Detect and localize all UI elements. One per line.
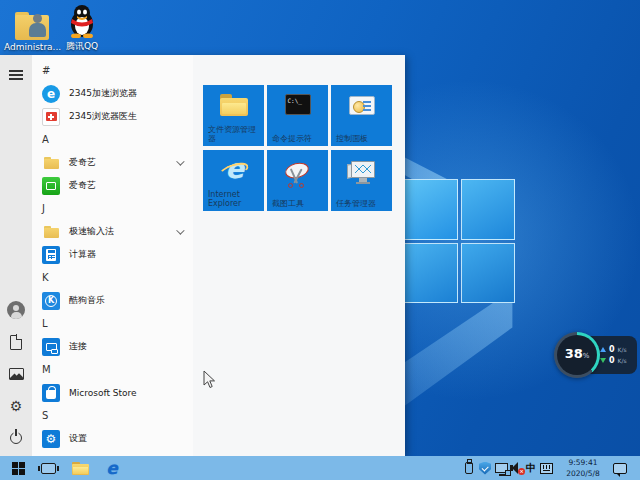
qq-penguin-icon <box>67 4 97 38</box>
power-button[interactable] <box>0 422 32 454</box>
expand-menu-button[interactable] <box>0 59 32 91</box>
tray-usb[interactable] <box>461 456 477 480</box>
2345-browser-icon: e <box>42 85 60 103</box>
group-header-s[interactable]: S <box>32 404 196 427</box>
usage-percent-sign: % <box>583 352 590 360</box>
shield-icon <box>479 462 491 475</box>
usb-device-icon <box>465 462 473 474</box>
app-item-kugou-music[interactable]: K 酷狗音乐 <box>32 289 196 312</box>
download-speed-unit: K/s <box>618 357 627 364</box>
tile-task-manager[interactable]: 任务管理器 <box>331 150 392 211</box>
action-center-button[interactable] <box>612 456 628 480</box>
chevron-down-icon <box>176 226 184 234</box>
command-prompt-icon: C:\_ <box>285 94 311 115</box>
app-item-microsoft-store[interactable]: Microsoft Store <box>32 381 196 404</box>
upload-speed-unit: K/s <box>618 346 627 353</box>
task-manager-icon <box>347 161 377 187</box>
logo-pane <box>461 243 516 304</box>
app-item-connect[interactable]: 连接 <box>32 335 196 358</box>
user-avatar-icon <box>7 301 25 319</box>
windows-logo-icon <box>12 462 25 475</box>
upload-speed-row: 0 K/s <box>600 345 637 354</box>
start-menu-rail: ⚙ <box>0 55 32 456</box>
tray-ime-mode[interactable]: 中 <box>523 456 539 480</box>
speaker-muted-icon: × <box>510 462 524 474</box>
group-header-m[interactable]: M <box>32 358 196 381</box>
folder-icon <box>42 223 60 241</box>
start-menu-tiles: 文件资源管理器 C:\_ 命令提示符 控制面板 e Internet Explo… <box>193 55 405 456</box>
file-explorer-icon <box>220 94 248 116</box>
desktop-icon-label: 腾讯QQ <box>54 40 110 53</box>
tile-file-explorer[interactable]: 文件资源管理器 <box>203 85 264 146</box>
network-icon <box>495 463 508 473</box>
user-account-button[interactable] <box>0 294 32 326</box>
desktop: Administra... 腾讯QQ 0 K/s <box>0 0 640 480</box>
hamburger-icon <box>9 70 23 80</box>
folder-item-jisu-ime[interactable]: 极速输入法 <box>32 220 196 243</box>
tray-security[interactable] <box>477 456 493 480</box>
taskbar: e × 中 9:59:41 2020/5/8 <box>0 456 640 480</box>
kugou-icon: K <box>42 292 60 310</box>
upload-arrow-icon <box>600 347 606 352</box>
documents-button[interactable] <box>0 326 32 358</box>
app-item-iqiyi[interactable]: 爱奇艺 <box>32 174 196 197</box>
app-item-settings[interactable]: ⚙ 设置 <box>32 427 196 450</box>
logo-pane <box>461 179 516 240</box>
taskbar-clock[interactable]: 9:59:41 2020/5/8 <box>556 457 610 479</box>
task-view-button[interactable] <box>34 456 62 480</box>
settings-gear-icon: ⚙ <box>42 430 60 448</box>
net-speed-widget[interactable]: 0 K/s 0 K/s 38 % <box>554 331 638 379</box>
mouse-cursor <box>203 370 216 393</box>
taskbar-browser[interactable]: e <box>98 456 126 480</box>
taskbar-file-explorer[interactable] <box>66 456 94 480</box>
download-arrow-icon <box>600 358 606 363</box>
upload-speed-value: 0 <box>609 345 615 354</box>
desktop-icon-label: Administra... <box>4 42 60 52</box>
tray-ime-keyboard[interactable] <box>538 456 554 480</box>
start-button[interactable] <box>4 456 32 480</box>
administrator-folder-icon <box>15 12 49 40</box>
pictures-button[interactable] <box>0 358 32 390</box>
memory-usage-ring[interactable]: 38 % <box>554 332 600 378</box>
power-icon <box>10 432 22 444</box>
calculator-icon <box>42 246 60 264</box>
logo-pane <box>403 179 458 240</box>
download-speed-value: 0 <box>609 356 615 365</box>
folder-icon <box>42 154 60 172</box>
connect-icon <box>42 338 60 356</box>
pictures-icon <box>9 368 24 380</box>
download-speed-row: 0 K/s <box>600 356 637 365</box>
app-item-2345-browser[interactable]: e 2345加速浏览器 <box>32 82 196 105</box>
first-aid-icon <box>42 108 60 126</box>
tile-internet-explorer[interactable]: e Internet Explorer <box>203 150 264 211</box>
desktop-icon-administrator[interactable]: Administra... <box>4 6 60 52</box>
group-header-hash[interactable]: # <box>32 59 196 82</box>
app-item-calculator[interactable]: 计算器 <box>32 243 196 266</box>
store-bag-icon <box>42 384 60 402</box>
logo-pane <box>403 243 458 304</box>
folder-item-iqiyi[interactable]: 爱奇艺 <box>32 151 196 174</box>
settings-button[interactable]: ⚙ <box>0 390 32 422</box>
app-item-2345-browser-doctor[interactable]: 2345浏览器医生 <box>32 105 196 128</box>
group-header-k[interactable]: K <box>32 266 196 289</box>
ie-e-icon: e <box>106 460 118 477</box>
tile-snipping-tool[interactable]: 截图工具 <box>267 150 328 211</box>
group-header-j[interactable]: J <box>32 197 196 220</box>
clock-time: 9:59:41 <box>556 457 610 468</box>
start-menu: ⚙ # e 2345加速浏览器 2345浏览器医生 A 爱奇 <box>0 55 405 456</box>
document-icon <box>10 335 22 350</box>
start-menu-app-list: # e 2345加速浏览器 2345浏览器医生 A 爱奇艺 爱奇艺 <box>32 55 196 456</box>
usage-percent: 38 <box>565 347 583 360</box>
desktop-icon-tencent-qq[interactable]: 腾讯QQ <box>54 4 110 53</box>
control-panel-icon <box>349 96 375 115</box>
ime-chinese-indicator: 中 <box>526 461 536 475</box>
task-view-icon <box>41 463 56 474</box>
tile-control-panel[interactable]: 控制面板 <box>331 85 392 146</box>
group-header-l[interactable]: L <box>32 312 196 335</box>
ime-keyboard-icon <box>540 463 553 474</box>
tile-command-prompt[interactable]: C:\_ 命令提示符 <box>267 85 328 146</box>
gear-icon: ⚙ <box>10 399 23 413</box>
tray-network[interactable] <box>493 456 509 480</box>
internet-explorer-icon: e <box>219 155 249 185</box>
group-header-a[interactable]: A <box>32 128 196 151</box>
